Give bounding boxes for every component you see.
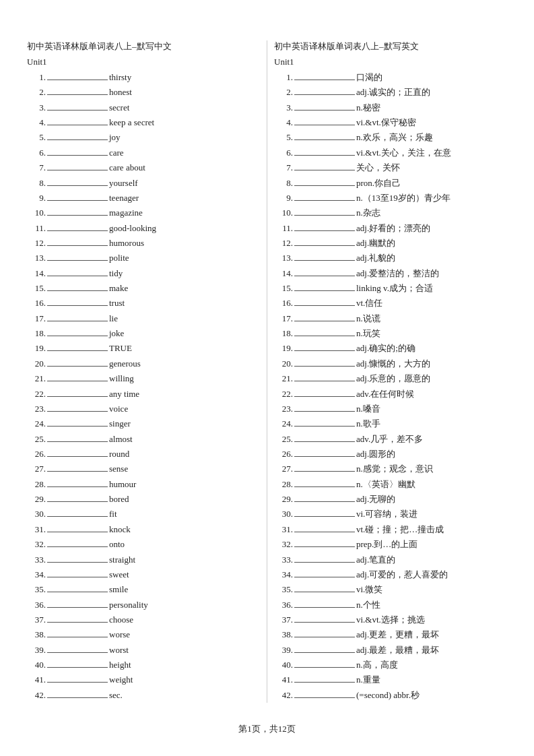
answer-blank[interactable] [294,215,355,216]
answer-blank[interactable] [47,667,108,668]
answer-blank[interactable] [47,245,108,246]
answer-blank[interactable] [47,607,108,608]
answer-blank[interactable] [294,486,355,487]
answer-blank[interactable] [294,411,355,412]
item-def: adj.圆形的 [356,447,507,462]
item-word: magazine [109,206,260,220]
answer-blank[interactable] [294,276,355,276]
answer-blank[interactable] [294,170,355,170]
answer-blank[interactable] [294,682,355,683]
answer-blank[interactable] [47,486,108,487]
answer-blank[interactable] [294,260,355,261]
answer-blank[interactable] [47,260,108,261]
right-vocab-item: 14. adj.爱整洁的，整洁的 [274,266,507,281]
answer-blank[interactable] [294,336,355,336]
answer-blank[interactable] [294,245,355,246]
answer-blank[interactable] [294,456,355,457]
answer-blank[interactable] [47,697,108,698]
left-vocab-item: 17. lie [27,311,260,326]
answer-blank[interactable] [47,336,108,336]
answer-blank[interactable] [47,471,108,472]
answer-blank[interactable] [47,139,108,140]
answer-blank[interactable] [47,516,108,517]
answer-blank[interactable] [47,381,108,381]
answer-blank[interactable] [47,110,108,111]
item-num: 22. [274,387,293,402]
answer-blank[interactable] [47,441,108,442]
answer-blank[interactable] [47,305,108,306]
answer-blank[interactable] [47,637,108,637]
answer-blank[interactable] [294,697,355,698]
item-word: voice [109,402,260,416]
answer-blank[interactable] [47,80,108,80]
item-def: adj.好看的；漂亮的 [356,221,507,236]
answer-blank[interactable] [47,215,108,216]
answer-blank[interactable] [47,276,108,276]
answer-blank[interactable] [294,637,355,637]
answer-blank[interactable] [47,592,108,592]
answer-blank[interactable] [47,682,108,683]
answer-blank[interactable] [294,80,355,80]
answer-blank[interactable] [47,532,108,532]
answer-blank[interactable] [294,200,355,201]
item-word: humorous [109,236,260,251]
answer-blank[interactable] [294,305,355,306]
answer-blank[interactable] [47,155,108,156]
item-num: 34. [274,567,293,582]
answer-blank[interactable] [294,577,355,577]
answer-blank[interactable] [294,381,355,381]
answer-blank[interactable] [294,350,355,351]
answer-blank[interactable] [47,290,108,291]
left-vocab-item: 35. smile [27,582,260,597]
answer-blank[interactable] [294,516,355,517]
answer-blank[interactable] [47,546,108,547]
answer-blank[interactable] [47,200,108,201]
answer-blank[interactable] [47,185,108,186]
answer-blank[interactable] [47,456,108,457]
answer-blank[interactable] [294,546,355,547]
answer-blank[interactable] [294,110,355,111]
answer-blank[interactable] [47,577,108,577]
answer-blank[interactable] [294,607,355,608]
item-word: keep a secret [109,115,260,130]
answer-blank[interactable] [294,155,355,156]
answer-blank[interactable] [47,622,108,623]
answer-blank[interactable] [294,366,355,367]
answer-blank[interactable] [294,592,355,592]
answer-blank[interactable] [294,471,355,472]
item-num: 11. [27,221,46,236]
item-word: worse [109,627,260,642]
answer-blank[interactable] [294,622,355,623]
answer-blank[interactable] [294,230,355,231]
item-num: 25. [27,432,46,447]
answer-blank[interactable] [47,350,108,351]
answer-blank[interactable] [294,562,355,563]
answer-blank[interactable] [294,501,355,502]
answer-blank[interactable] [47,321,108,321]
answer-blank[interactable] [47,411,108,412]
answer-blank[interactable] [294,125,355,125]
answer-blank[interactable] [294,426,355,427]
answer-blank[interactable] [294,94,355,95]
answer-blank[interactable] [294,667,355,668]
answer-blank[interactable] [294,321,355,321]
item-num: 42. [274,688,293,703]
answer-blank[interactable] [294,532,355,532]
answer-blank[interactable] [47,396,108,397]
answer-blank[interactable] [47,170,108,170]
answer-blank[interactable] [294,396,355,397]
answer-blank[interactable] [294,652,355,653]
answer-blank[interactable] [47,94,108,95]
item-word: sense [109,462,260,476]
answer-blank[interactable] [294,290,355,291]
answer-blank[interactable] [47,125,108,125]
answer-blank[interactable] [47,501,108,502]
answer-blank[interactable] [47,366,108,367]
answer-blank[interactable] [47,426,108,427]
answer-blank[interactable] [294,139,355,140]
answer-blank[interactable] [294,441,355,442]
answer-blank[interactable] [47,562,108,563]
answer-blank[interactable] [47,652,108,653]
answer-blank[interactable] [294,185,355,186]
answer-blank[interactable] [47,230,108,231]
